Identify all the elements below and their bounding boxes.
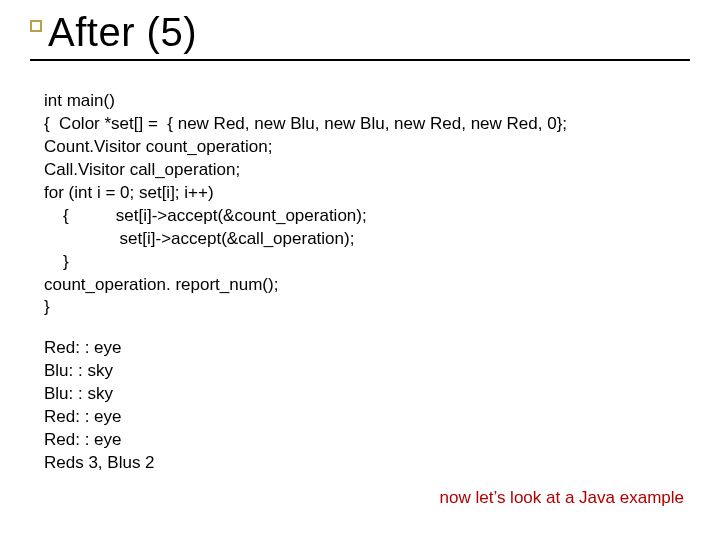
code-block: int main() { Color *set[] = { new Red, n…: [44, 90, 684, 319]
slide-title: After (5): [48, 10, 690, 55]
output-line: Reds 3, Blus 2: [44, 452, 684, 475]
code-line: }: [44, 251, 684, 274]
code-line: for (int i = 0; set[i]; i++): [44, 182, 684, 205]
code-line: { set[i]->accept(&count_operation);: [44, 205, 684, 228]
code-line: }: [44, 296, 684, 319]
code-line: Call.Visitor call_operation;: [44, 159, 684, 182]
slide-body: int main() { Color *set[] = { new Red, n…: [44, 90, 684, 475]
code-line: int main(): [44, 90, 684, 113]
output-line: Blu: : sky: [44, 383, 684, 406]
code-line: { Color *set[] = { new Red, new Blu, new…: [44, 113, 684, 136]
output-block: Red: : eye Blu: : sky Blu: : sky Red: : …: [44, 337, 684, 475]
output-line: Red: : eye: [44, 406, 684, 429]
slide: After (5) int main() { Color *set[] = { …: [0, 0, 720, 540]
code-line: count_operation. report_num();: [44, 274, 684, 297]
output-line: Blu: : sky: [44, 360, 684, 383]
code-line: set[i]->accept(&call_operation);: [44, 228, 684, 251]
title-area: After (5): [30, 10, 690, 61]
code-line: Count.Visitor count_operation;: [44, 136, 684, 159]
output-line: Red: : eye: [44, 429, 684, 452]
title-accent-square: [30, 20, 42, 32]
footer-note: now let’s look at a Java example: [440, 488, 684, 508]
output-line: Red: : eye: [44, 337, 684, 360]
title-rule: [30, 59, 690, 61]
